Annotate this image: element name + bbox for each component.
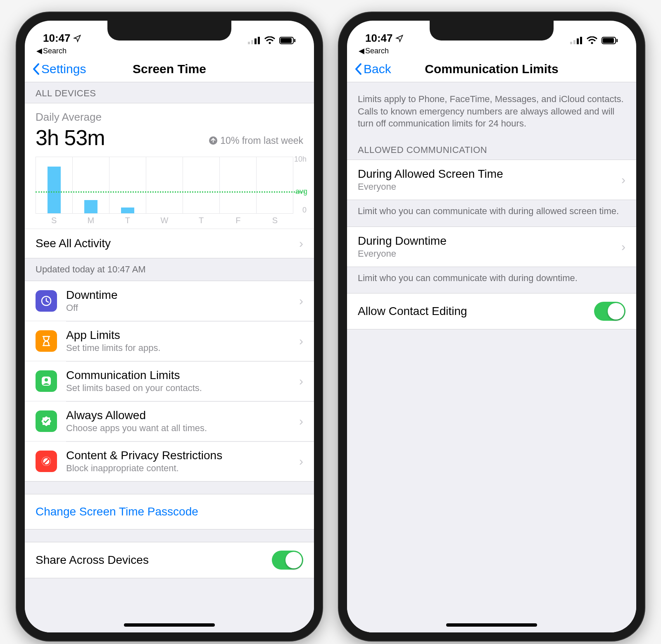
chevron-right-icon: › xyxy=(621,173,625,187)
content-restrictions-title: Content & Privacy Restrictions xyxy=(66,449,299,462)
wifi-icon xyxy=(264,36,275,45)
person-icon xyxy=(36,370,57,392)
chevron-left-icon: ◀︎ xyxy=(36,46,42,55)
chart-ymin: 0 xyxy=(302,206,307,215)
chart-ymax: 10h xyxy=(294,155,307,164)
battery-icon xyxy=(602,37,618,44)
notch xyxy=(430,21,554,41)
nav-bar: Back Communication Limits xyxy=(347,58,636,82)
intro-text: Limits apply to Phone, FaceTime, Message… xyxy=(347,82,636,139)
toggle-switch[interactable] xyxy=(594,302,625,321)
chevron-right-icon: › xyxy=(299,374,303,388)
checkmark-badge-icon xyxy=(36,410,57,432)
during-allowed-title: During Allowed Screen Time xyxy=(358,167,621,181)
svg-rect-6 xyxy=(281,38,292,43)
home-indicator[interactable] xyxy=(124,623,215,627)
section-header-allowed: ALLOWED COMMUNICATION xyxy=(347,139,636,160)
comm-limits-sub: Set limits based on your contacts. xyxy=(66,383,299,394)
breadcrumb-back-app[interactable]: ◀︎ Search xyxy=(25,45,314,58)
status-time: 10:47 xyxy=(43,32,71,45)
svg-point-19 xyxy=(591,42,593,44)
svg-rect-21 xyxy=(603,38,614,43)
chevron-right-icon: › xyxy=(299,414,303,428)
daily-average-value: 3h 53m xyxy=(36,125,105,150)
toggle-switch[interactable] xyxy=(272,551,303,570)
arrow-up-circle-icon xyxy=(209,136,218,145)
svg-rect-17 xyxy=(577,38,579,44)
svg-rect-2 xyxy=(254,38,257,44)
always-allowed-title: Always Allowed xyxy=(66,409,299,422)
allow-contact-editing-row[interactable]: Allow Contact Editing xyxy=(347,293,636,329)
delta-label: 10% from last week xyxy=(220,135,303,146)
chart-x-label: T xyxy=(183,216,220,225)
breadcrumb-back-app[interactable]: ◀︎ Search xyxy=(347,45,636,58)
content-restrictions-sub: Block inappropriate content. xyxy=(66,463,299,474)
section-header-all-devices: ALL DEVICES xyxy=(25,82,314,103)
downtime-row[interactable]: Downtime Off › xyxy=(25,281,314,321)
chevron-left-icon xyxy=(32,63,40,75)
notch xyxy=(107,21,231,41)
chevron-right-icon: › xyxy=(299,454,303,468)
change-passcode-link[interactable]: Change Screen Time Passcode xyxy=(25,494,314,529)
allow-contact-editing-label: Allow Contact Editing xyxy=(358,305,467,318)
during-allowed-sub: Everyone xyxy=(358,181,621,192)
back-app-label: Search xyxy=(43,47,67,55)
content-restrictions-row[interactable]: Content & Privacy Restrictions Block ina… xyxy=(25,441,314,481)
always-allowed-sub: Choose apps you want at all times. xyxy=(66,423,299,434)
nav-back-label: Settings xyxy=(41,62,86,76)
during-downtime-row[interactable]: During Downtime Everyone › xyxy=(347,227,636,267)
app-limits-sub: Set time limits for apps. xyxy=(66,343,299,353)
svg-rect-22 xyxy=(616,39,618,42)
chart-x-label: S xyxy=(36,216,72,225)
during-downtime-sub: Everyone xyxy=(358,248,621,259)
chart-x-label: F xyxy=(220,216,257,225)
chart-x-label: S xyxy=(257,216,293,225)
location-icon xyxy=(73,34,81,43)
nav-back-button[interactable]: Back xyxy=(354,62,391,76)
nav-back-label: Back xyxy=(364,62,391,76)
back-app-label: Search xyxy=(365,47,389,55)
chart-bar xyxy=(48,167,61,213)
phone-left: 10:47 ◀︎ Search Settings Screen Time ALL… xyxy=(17,12,322,641)
chevron-right-icon: › xyxy=(299,294,303,308)
comm-limits-title: Communication Limits xyxy=(66,369,299,382)
communication-limits-row[interactable]: Communication Limits Set limits based on… xyxy=(25,361,314,401)
chevron-right-icon: › xyxy=(299,334,303,348)
home-indicator[interactable] xyxy=(446,623,537,627)
daily-average-block[interactable]: Daily Average 3h 53m 10% from last week xyxy=(25,103,314,154)
battery-icon xyxy=(279,37,296,44)
during-downtime-footer: Limit who you can communicate with durin… xyxy=(347,267,636,293)
svg-rect-3 xyxy=(258,37,260,44)
chart-bar xyxy=(84,200,97,213)
location-icon xyxy=(395,34,404,43)
share-across-devices-row[interactable]: Share Across Devices xyxy=(25,542,314,578)
daily-average-label: Daily Average xyxy=(36,111,303,124)
during-downtime-title: During Downtime xyxy=(358,234,621,248)
svg-rect-15 xyxy=(570,42,572,44)
always-allowed-row[interactable]: Always Allowed Choose apps you want at a… xyxy=(25,401,314,441)
svg-rect-0 xyxy=(248,42,250,44)
hourglass-icon xyxy=(36,330,57,352)
during-allowed-footer: Limit who you can communicate with durin… xyxy=(347,200,636,227)
chevron-right-icon: › xyxy=(299,236,303,250)
downtime-title: Downtime xyxy=(66,289,299,302)
during-allowed-row[interactable]: During Allowed Screen Time Everyone › xyxy=(347,160,636,200)
chevron-right-icon: › xyxy=(621,240,625,254)
svg-point-4 xyxy=(269,42,271,44)
downtime-icon xyxy=(36,290,57,312)
usage-chart: avg 10h 0 SMTWTFS xyxy=(25,154,314,229)
svg-rect-18 xyxy=(580,37,582,44)
nav-bar: Settings Screen Time xyxy=(25,58,314,82)
chevron-left-icon: ◀︎ xyxy=(359,46,364,55)
chart-x-label: W xyxy=(146,216,183,225)
svg-rect-7 xyxy=(294,39,295,42)
chart-x-label: M xyxy=(72,216,109,225)
no-entry-icon xyxy=(36,451,57,472)
app-limits-row[interactable]: App Limits Set time limits for apps. › xyxy=(25,321,314,361)
nav-back-button[interactable]: Settings xyxy=(32,62,86,76)
svg-rect-1 xyxy=(251,40,253,44)
see-all-activity-row[interactable]: See All Activity › xyxy=(25,229,314,258)
wifi-icon xyxy=(587,36,597,45)
svg-rect-16 xyxy=(573,40,575,44)
chevron-left-icon xyxy=(354,63,363,75)
